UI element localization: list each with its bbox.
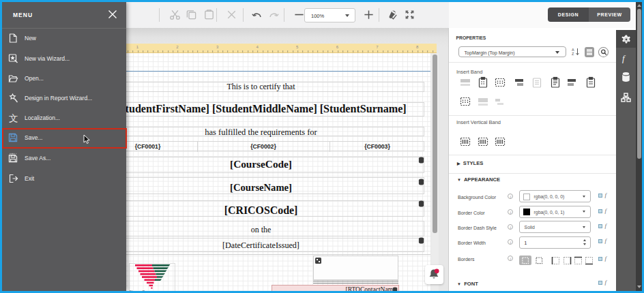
- svg-text:文: 文: [9, 113, 18, 123]
- svg-text:Z: Z: [572, 52, 574, 56]
- svg-text:f: f: [622, 53, 626, 63]
